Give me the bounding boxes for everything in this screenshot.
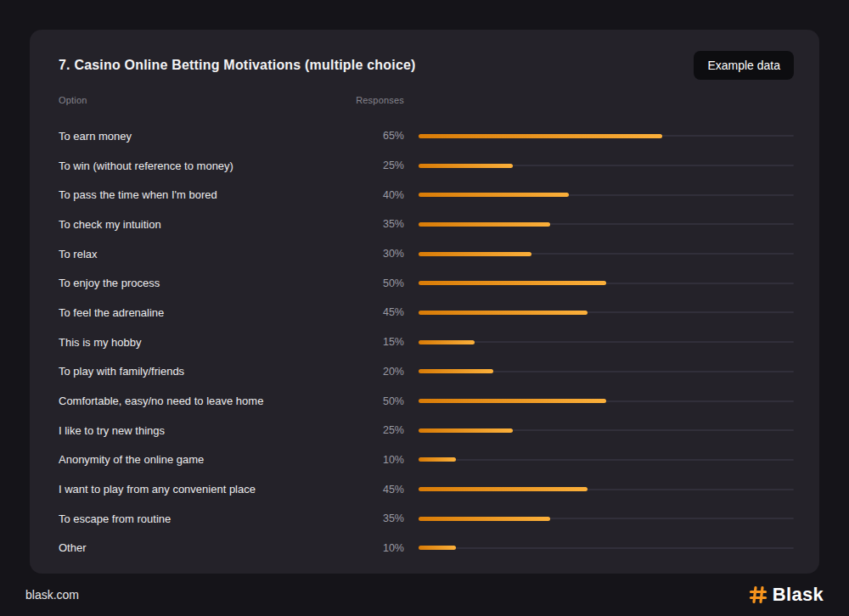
bar-track <box>419 193 794 197</box>
table-row: To pass the time when I'm bored 40% <box>59 180 794 210</box>
bar-fill <box>419 222 550 227</box>
hash-icon <box>749 585 767 604</box>
row-value: 15% <box>356 336 404 348</box>
bar-fill <box>419 487 588 491</box>
table-row: To earn money 65% <box>59 121 794 151</box>
row-label: To relax <box>59 248 356 260</box>
row-label: I like to try new things <box>59 424 356 437</box>
bar-fill <box>419 428 513 433</box>
row-value: 25% <box>356 424 404 436</box>
row-label: This is my hobby <box>59 336 356 349</box>
row-label: Anonymity of the online game <box>59 453 356 466</box>
footer-url: blask.com <box>25 588 79 602</box>
table-row: To win (without reference to money) 25% <box>59 151 794 181</box>
example-data-button[interactable]: Example data <box>694 51 794 80</box>
table-row: To escape from routine 35% <box>59 504 794 534</box>
bar-track <box>419 164 794 168</box>
table-row: To enjoy the process 50% <box>59 268 794 298</box>
bar-fill <box>419 369 493 373</box>
row-value: 45% <box>356 306 404 318</box>
column-headers: Option Responses <box>59 91 794 109</box>
row-label: To win (without reference to money) <box>59 160 356 172</box>
bar-fill <box>419 252 531 256</box>
column-header-responses: Responses <box>356 95 404 105</box>
bar-track <box>419 487 794 491</box>
blask-logo[interactable]: Blask <box>749 584 824 606</box>
table-row: To play with family/friends 20% <box>59 357 794 387</box>
table-row: To relax 30% <box>59 239 794 269</box>
bar-track <box>419 252 794 256</box>
bar-fill <box>419 546 456 550</box>
bar-fill <box>419 311 588 315</box>
row-label: To check my intuition <box>59 218 356 231</box>
bar-fill <box>419 399 606 403</box>
bar-track-line <box>419 341 794 343</box>
bar-track <box>419 546 794 550</box>
footer: blask.com Blask <box>25 582 824 608</box>
card-header: 7. Casino Online Betting Motivations (mu… <box>59 50 794 81</box>
table-row: To feel the adrenaline 45% <box>59 298 794 328</box>
bar-fill <box>419 134 662 138</box>
table-row: To check my intuition 35% <box>59 210 794 239</box>
chart-card: 7. Casino Online Betting Motivations (mu… <box>30 30 819 574</box>
table-row: Comfortable, easy/no need to leave home … <box>59 386 794 416</box>
rows: To earn money 65% To win (without refere… <box>59 121 794 563</box>
row-label: To feel the adrenaline <box>59 306 356 319</box>
row-value: 35% <box>356 512 404 524</box>
page-title: 7. Casino Online Betting Motivations (mu… <box>59 58 416 73</box>
row-label: I want to play from any convenient place <box>59 483 356 496</box>
bar-fill <box>419 457 456 462</box>
row-value: 45% <box>356 484 404 496</box>
row-label: To play with family/friends <box>59 365 356 378</box>
bar-track-line <box>419 547 794 549</box>
row-value: 10% <box>356 542 404 554</box>
bar-fill <box>419 193 569 197</box>
bar-track <box>419 428 794 433</box>
bar-fill <box>419 517 550 521</box>
bar-fill <box>419 340 475 344</box>
row-label: To earn money <box>59 130 356 143</box>
table-row: I like to try new things 25% <box>59 416 794 445</box>
bar-track <box>419 369 794 373</box>
bar-fill <box>419 281 606 285</box>
row-label: To escape from routine <box>59 512 356 525</box>
table-row: Other 10% <box>59 534 794 563</box>
column-header-option: Option <box>59 95 356 105</box>
row-label: Other <box>59 541 356 554</box>
row-value: 50% <box>356 277 404 289</box>
row-label: To pass the time when I'm bored <box>59 188 356 201</box>
bar-track <box>419 517 794 521</box>
row-label: To enjoy the process <box>59 277 356 289</box>
bar-track <box>419 281 794 285</box>
bar-track <box>419 399 794 403</box>
table-row: Anonymity of the online game 10% <box>59 445 794 475</box>
row-value: 20% <box>356 366 404 378</box>
brand-name: Blask <box>773 584 824 606</box>
row-value: 40% <box>356 189 404 201</box>
table-row: This is my hobby 15% <box>59 328 794 357</box>
row-value: 30% <box>356 248 404 260</box>
bar-track <box>419 340 794 344</box>
bar-track-line <box>419 459 794 461</box>
row-value: 65% <box>356 130 404 142</box>
row-value: 25% <box>356 160 404 171</box>
bar-track <box>419 134 794 138</box>
row-value: 50% <box>356 395 404 407</box>
row-value: 10% <box>356 454 404 466</box>
row-value: 35% <box>356 218 404 230</box>
bar-track <box>419 311 794 315</box>
bar-track <box>419 457 794 462</box>
table-row: I want to play from any convenient place… <box>59 474 794 504</box>
bar-fill <box>419 164 513 168</box>
bar-track <box>419 222 794 227</box>
row-label: Comfortable, easy/no need to leave home <box>59 395 356 407</box>
